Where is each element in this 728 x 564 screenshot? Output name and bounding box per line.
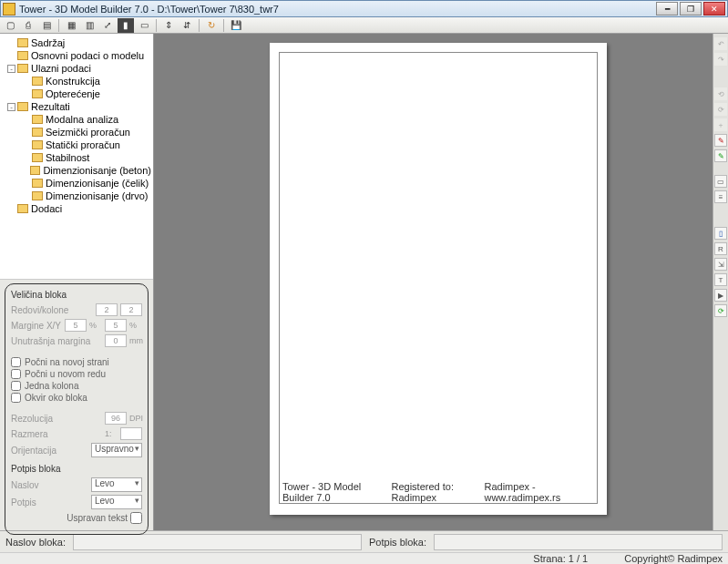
title-bar: Tower - 3D Model Builder 7.0 - D:\Tower\… bbox=[0, 0, 728, 17]
resolution-input[interactable] bbox=[105, 412, 127, 425]
block-size-group: Veličina bloka Redovi/kolone Margine X/Y… bbox=[5, 283, 149, 535]
folder-icon bbox=[17, 64, 28, 73]
left-panel: SadržajOsnovni podaci o modelu-Ulazni po… bbox=[0, 34, 154, 530]
tree-item[interactable]: Dodaci bbox=[0, 202, 153, 215]
page-footer-left: Tower - 3D Model Builder 7.0 bbox=[282, 481, 392, 503]
page-footer-center: Registered to: Radimpex bbox=[392, 481, 485, 503]
txt-icon[interactable]: T bbox=[714, 273, 727, 286]
caption-naslov-label: Naslov bbox=[11, 480, 88, 490]
tree-toggle-icon[interactable]: - bbox=[7, 65, 15, 73]
main-area: SadržajOsnovni podaci o modelu-Ulazni po… bbox=[0, 34, 728, 530]
inner-margin-label: Unutrašnja margina bbox=[11, 336, 102, 346]
minimize-button[interactable]: ━ bbox=[656, 2, 678, 15]
rect-icon[interactable]: ▭ bbox=[714, 175, 727, 188]
window-buttons: ━ ❐ ✕ bbox=[656, 2, 725, 15]
collapse-icon[interactable]: ⇵ bbox=[179, 18, 195, 33]
tree-item[interactable]: -Rezultati bbox=[0, 100, 153, 113]
tree-item[interactable]: -Ulazni podaci bbox=[0, 62, 153, 75]
highlight-icon[interactable]: ✎ bbox=[714, 134, 727, 147]
folder-icon bbox=[32, 128, 43, 137]
zoom-in-icon[interactable]: ＋ bbox=[714, 118, 727, 131]
redo-icon[interactable]: ↷ bbox=[714, 53, 727, 66]
new-row-label: Počni u novom redu bbox=[25, 369, 106, 379]
caption-potpis-select[interactable]: Levo bbox=[91, 495, 142, 509]
properties-panel: Veličina bloka Redovi/kolone Margine X/Y… bbox=[0, 280, 153, 544]
tree-label: Opterećenje bbox=[46, 88, 100, 99]
potpis-bloka-label: Potpis bloka: bbox=[369, 537, 426, 548]
preview-icon[interactable]: ▤ bbox=[38, 18, 55, 33]
new-page-checkbox[interactable] bbox=[11, 357, 21, 367]
tree-item[interactable]: Dimenzionisanje (beton) bbox=[0, 164, 153, 177]
tree-label: Konstrukcija bbox=[46, 76, 100, 87]
page-icon[interactable]: ▮ bbox=[118, 18, 134, 33]
doc-icon[interactable]: ▯ bbox=[714, 227, 727, 240]
tree-item[interactable]: Statički proračun bbox=[0, 138, 153, 151]
refresh2-icon[interactable]: ⟳ bbox=[714, 304, 727, 317]
margin-y-input[interactable] bbox=[105, 319, 127, 332]
margin-x-input[interactable] bbox=[65, 319, 87, 332]
send-icon[interactable]: ▶ bbox=[714, 289, 727, 302]
tree-item[interactable]: Osnovni podaci o modelu bbox=[0, 49, 153, 62]
caption-naslov-select[interactable]: Levo bbox=[91, 477, 142, 492]
tree-label: Stabilnost bbox=[46, 152, 89, 163]
undo-icon[interactable]: ↶ bbox=[714, 37, 727, 50]
rotate-left-icon[interactable]: ⟲ bbox=[714, 87, 727, 100]
cols-input[interactable] bbox=[120, 303, 142, 316]
right-toolbar: ↶ ↷ ⟲ ⟳ ＋ ✎ ✎ ▭ ≡ ▯ R ⇲ T ▶ ⟳ bbox=[713, 34, 728, 530]
close-button[interactable]: ✕ bbox=[703, 2, 725, 15]
tree-view[interactable]: SadržajOsnovni podaci o modelu-Ulazni po… bbox=[0, 34, 153, 280]
block-frame-checkbox[interactable] bbox=[11, 393, 21, 403]
status-bar-2: Strana: 1 / 1 Copyright© Radimpex bbox=[0, 552, 728, 564]
new-icon[interactable]: ▢ bbox=[2, 18, 18, 33]
bars-icon[interactable]: ≡ bbox=[714, 190, 727, 203]
rows-input[interactable] bbox=[96, 303, 118, 316]
layout-icon[interactable]: ▭ bbox=[136, 18, 152, 33]
new-row-checkbox[interactable] bbox=[11, 369, 21, 379]
scale-label: Razmera bbox=[11, 429, 102, 439]
rtf-icon[interactable]: R bbox=[714, 242, 727, 255]
folder-icon bbox=[32, 140, 43, 149]
tree-item[interactable]: Modalna analiza bbox=[0, 113, 153, 126]
tree-item[interactable]: Konstrukcija bbox=[0, 75, 153, 87]
rotate-right-icon[interactable]: ⟳ bbox=[714, 103, 727, 116]
scale-input[interactable] bbox=[120, 427, 142, 440]
upright-text-checkbox[interactable] bbox=[130, 512, 142, 524]
new-page-label: Počni na novoj strani bbox=[25, 357, 109, 367]
tree-item[interactable]: Stabilnost bbox=[0, 151, 153, 164]
tree-label: Modalna analiza bbox=[46, 114, 118, 125]
tree-label: Dimenzionisanje (čelik) bbox=[46, 178, 149, 189]
zoom-fit-icon[interactable]: ⤢ bbox=[99, 18, 116, 33]
page-indicator: Strana: 1 / 1 bbox=[533, 553, 588, 564]
window-title: Tower - 3D Model Builder 7.0 - D:\Tower\… bbox=[19, 4, 656, 15]
scale-prefix: 1: bbox=[105, 429, 118, 438]
margin-y-unit: % bbox=[129, 321, 142, 330]
inner-margin-input[interactable] bbox=[105, 334, 127, 347]
app-icon bbox=[3, 3, 15, 15]
tree-item[interactable]: Opterećenje bbox=[0, 87, 153, 100]
canvas-area[interactable]: Tower - 3D Model Builder 7.0 Registered … bbox=[154, 34, 713, 530]
tree-item[interactable]: Seizmički proračun bbox=[0, 126, 153, 138]
potpis-bloka-field[interactable] bbox=[434, 534, 723, 550]
print-icon[interactable]: ⎙ bbox=[20, 18, 36, 33]
folder-icon bbox=[32, 153, 43, 162]
expand-icon[interactable]: ⇕ bbox=[160, 18, 177, 33]
folder-icon bbox=[17, 102, 28, 111]
tree-item[interactable]: Sadržaj bbox=[0, 36, 153, 49]
orientation-select[interactable]: Uspravno bbox=[91, 443, 142, 457]
page-footer: Tower - 3D Model Builder 7.0 Registered … bbox=[282, 481, 594, 503]
toolbar-separator bbox=[199, 19, 200, 32]
tree-toggle-icon[interactable]: - bbox=[7, 103, 15, 111]
block-size-title: Veličina bloka bbox=[11, 290, 142, 300]
tree-item[interactable]: Dimenzionisanje (drvo) bbox=[0, 190, 153, 202]
tree-item[interactable]: Dimenzionisanje (čelik) bbox=[0, 177, 153, 190]
maximize-button[interactable]: ❐ bbox=[680, 2, 702, 15]
refresh-icon[interactable]: ↻ bbox=[203, 18, 220, 33]
export-icon[interactable]: ⇲ bbox=[714, 258, 727, 271]
one-column-checkbox[interactable] bbox=[11, 381, 21, 391]
copyright-label: Copyright© Radimpex bbox=[624, 553, 723, 564]
view2-icon[interactable]: ▥ bbox=[81, 18, 97, 33]
view1-icon[interactable]: ▦ bbox=[63, 18, 79, 33]
save-icon[interactable]: 💾 bbox=[228, 18, 244, 33]
marker-icon[interactable]: ✎ bbox=[714, 149, 727, 162]
caption-title: Potpis bloka bbox=[11, 464, 142, 474]
